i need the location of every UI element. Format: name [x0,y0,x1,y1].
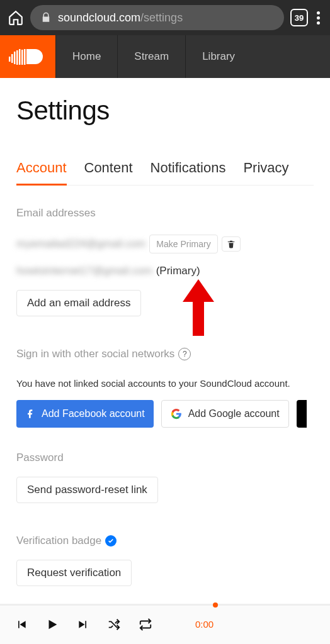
svg-rect-0 [9,57,11,62]
social-heading-text: Sign in with other social networks [16,348,174,360]
next-track-icon[interactable] [77,618,89,631]
progress-track[interactable] [0,604,330,606]
partial-button-edge[interactable] [297,400,307,428]
tab-count-badge[interactable]: 39 [290,9,308,26]
page-title: Settings [16,96,314,126]
site-navigation: Home Stream Library [0,35,330,78]
tab-content[interactable]: Content [84,160,133,185]
social-info-text: You have not linked social accounts to y… [16,378,314,389]
svg-rect-4 [19,49,21,65]
nav-library[interactable]: Library [185,35,251,78]
svg-rect-5 [21,50,23,65]
add-google-button[interactable]: Add Google account [161,400,289,428]
primary-label: (Primary) [156,265,200,277]
play-icon[interactable] [45,618,59,631]
soundcloud-logo[interactable] [0,35,55,78]
lock-icon [40,12,52,23]
settings-tabs: Account Content Notifications Privacy [16,160,314,186]
verification-section-heading: Verification badge [16,535,314,547]
svg-rect-3 [16,50,18,65]
help-icon[interactable]: ? [178,348,191,360]
trash-icon [227,239,236,249]
email-address: myemailad224@gmail.com [16,238,145,250]
add-email-button[interactable]: Add an email address [16,290,141,316]
svg-rect-2 [14,52,16,64]
tab-privacy[interactable]: Privacy [243,160,288,185]
progress-handle[interactable] [213,602,218,608]
browser-home-icon[interactable] [8,9,24,26]
delete-email-button[interactable] [222,236,241,252]
browser-address-bar: soundcloud.com/settings 39 [0,0,330,35]
add-facebook-button[interactable]: Add Facebook account [16,400,154,428]
nav-home[interactable]: Home [55,35,117,78]
google-icon [171,408,182,419]
repeat-icon[interactable] [139,618,152,631]
verification-heading-text: Verification badge [16,535,101,547]
player-bar: 0:00 [0,604,330,644]
email-address: howtointernet17@gmail.com [16,265,152,277]
previous-track-icon[interactable] [15,618,28,631]
url-text: soundcloud.com/settings [58,11,183,25]
shuffle-icon[interactable] [107,618,121,631]
email-row-primary: howtointernet17@gmail.com (Primary) [16,265,314,277]
facebook-button-label: Add Facebook account [42,408,145,419]
make-primary-button[interactable]: Make Primary [149,235,217,253]
tab-account[interactable]: Account [16,160,67,186]
verified-badge-icon [105,535,117,547]
svg-rect-1 [11,54,13,63]
request-verification-button[interactable]: Request verification [16,560,132,586]
browser-menu-icon[interactable] [314,11,322,25]
facebook-icon [25,409,35,419]
email-section-heading: Email addresses [16,207,314,219]
player-current-time: 0:00 [195,619,213,630]
google-button-label: Add Google account [188,408,280,419]
email-row-secondary: myemailad224@gmail.com Make Primary [16,235,314,253]
social-buttons-row: Add Facebook account Add Google account [16,400,314,428]
nav-stream[interactable]: Stream [117,35,185,78]
password-section-heading: Password [16,452,314,464]
tab-notifications[interactable]: Notifications [151,160,226,185]
password-reset-button[interactable]: Send password-reset link [16,477,158,503]
svg-rect-6 [24,49,26,65]
url-bar[interactable]: soundcloud.com/settings [30,5,284,30]
social-section-heading: Sign in with other social networks ? [16,348,314,360]
